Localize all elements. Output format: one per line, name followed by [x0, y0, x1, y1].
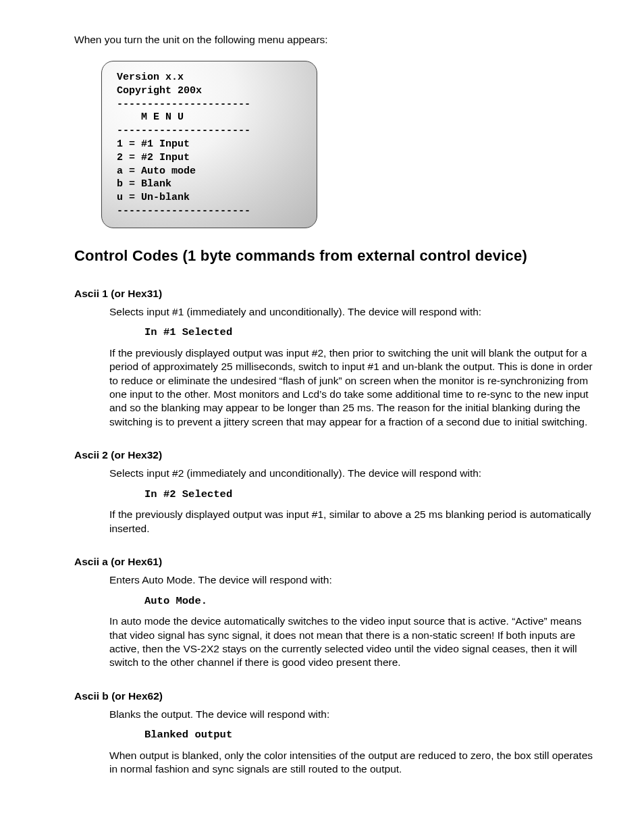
entry-title: Ascii a (or Hex61): [74, 556, 597, 568]
entry-ascii-b: Ascii b (or Hex62) Blanks the output. Th…: [74, 690, 597, 777]
response-code: Auto Mode.: [144, 594, 597, 608]
entry-paragraph: Blanks the output. The device will respo…: [109, 708, 597, 721]
entry-title: Ascii 1 (or Hex31): [74, 288, 597, 300]
entry-paragraph: If the previously displayed output was i…: [109, 508, 597, 536]
menu-display-box: Version x.x Copyright 200x -------------…: [101, 61, 317, 228]
entry-ascii-a: Ascii a (or Hex61) Enters Auto Mode. The…: [74, 556, 597, 670]
entry-ascii-1: Ascii 1 (or Hex31) Selects input #1 (imm…: [74, 288, 597, 429]
entry-paragraph: When output is blanked, only the color i…: [109, 749, 597, 777]
entry-paragraph: Selects input #1 (immediately and uncond…: [109, 305, 597, 319]
entry-title: Ascii 2 (or Hex32): [74, 449, 597, 461]
section-heading: Control Codes (1 byte commands from exte…: [74, 247, 597, 265]
entry-paragraph: In auto mode the device automatically sw…: [109, 615, 597, 670]
response-code: In #1 Selected: [144, 325, 597, 339]
response-code: Blanked output: [144, 728, 597, 741]
entry-paragraph: If the previously displayed output was i…: [109, 346, 597, 429]
document-page: When you turn the unit on the following …: [0, 0, 644, 817]
entry-paragraph: Enters Auto Mode. The device will respon…: [109, 573, 597, 587]
response-code: In #2 Selected: [144, 488, 597, 501]
entry-title: Ascii b (or Hex62): [74, 690, 597, 702]
entry-paragraph: Selects input #2 (immediately and uncond…: [109, 467, 597, 480]
entry-ascii-2: Ascii 2 (or Hex32) Selects input #2 (imm…: [74, 449, 597, 536]
intro-text: When you turn the unit on the following …: [74, 34, 597, 46]
